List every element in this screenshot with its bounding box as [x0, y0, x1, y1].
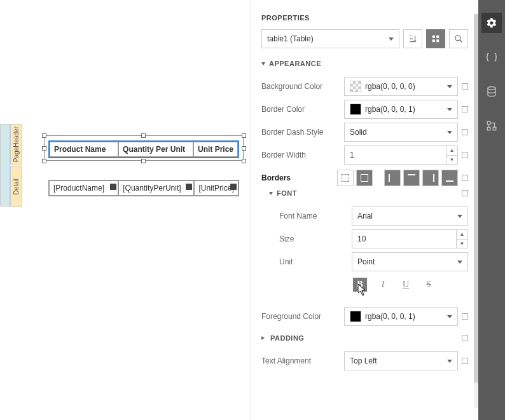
property-marker[interactable]: [462, 335, 468, 341]
chevron-down-icon: [447, 108, 452, 111]
triangle-down-icon: [269, 192, 273, 195]
data-tab-icon[interactable]: [481, 81, 502, 102]
report-explorer-tab-icon[interactable]: [481, 116, 502, 136]
chevron-down-icon: [389, 37, 394, 41]
fontsize-input[interactable]: 10 ▲▼: [352, 229, 468, 248]
prop-label: Text Alignment: [261, 356, 344, 365]
svg-rect-4: [432, 36, 435, 38]
design-canvas[interactable]: PageHeader Detail Product Name Quantity …: [0, 0, 251, 420]
smart-tag-icon[interactable]: [230, 184, 237, 190]
italic-button[interactable]: I: [376, 278, 390, 292]
borderdash-dropdown[interactable]: Solid: [344, 123, 458, 142]
property-marker[interactable]: [462, 106, 468, 112]
section-appearance[interactable]: APPEARANCE: [261, 60, 468, 67]
svg-rect-6: [432, 39, 435, 42]
vertical-ruler: [0, 124, 10, 207]
property-marker[interactable]: [462, 83, 468, 90]
svg-rect-2: [487, 127, 490, 130]
prop-label: Border Dash Style: [261, 128, 344, 137]
prop-label: Foreground Color: [261, 312, 344, 321]
table-cell[interactable]: Product Name: [50, 142, 118, 157]
band-pageheader[interactable]: PageHeader: [10, 124, 22, 165]
design-area[interactable]: Product Name Quantity Per Unit Unit Pric…: [22, 124, 251, 207]
triangle-right-icon: [261, 336, 266, 340]
table-cell[interactable]: [UnitPrice]: [194, 180, 239, 196]
band-label-detail: Detail: [13, 179, 20, 195]
expressions-tab-icon[interactable]: [481, 47, 502, 67]
chevron-down-icon: [447, 85, 452, 88]
borderwidth-input[interactable]: 1 ▲▼: [344, 146, 458, 165]
panel-title: PROPERTIES: [261, 14, 468, 22]
prop-label: Borders: [261, 173, 337, 182]
svg-point-8: [455, 36, 460, 41]
smart-tag-icon[interactable]: [186, 184, 192, 190]
smart-tag-icon[interactable]: [110, 184, 116, 190]
object-selector-dropdown[interactable]: table1 (Table): [261, 29, 399, 48]
border-none-button[interactable]: [337, 170, 354, 186]
object-selector-value: table1 (Table): [267, 34, 314, 43]
categorize-button[interactable]: [426, 29, 445, 48]
chevron-down-icon: [447, 360, 452, 363]
prop-label: Unit: [269, 257, 352, 266]
prop-label: Background Color: [261, 82, 344, 91]
svg-rect-3: [493, 127, 496, 130]
chevron-down-icon: [457, 215, 462, 218]
color-swatch-icon: [350, 81, 361, 92]
band-detail[interactable]: Detail: [10, 166, 22, 207]
section-padding[interactable]: PADDING: [261, 334, 468, 342]
search-button[interactable]: [449, 29, 468, 48]
spin-down-icon[interactable]: ▼: [446, 156, 457, 165]
table-cell[interactable]: Unit Price: [193, 142, 238, 157]
strikethrough-button[interactable]: S: [422, 278, 436, 292]
table-detail-row[interactable]: [ProductName] [QuantityPerUnit] [UnitPri…: [48, 180, 239, 196]
prop-label: Font Name: [269, 212, 352, 220]
property-marker[interactable]: [462, 175, 468, 181]
fgcolor-dropdown[interactable]: rgba(0, 0, 0, 1): [344, 307, 458, 326]
sort-button[interactable]: [403, 29, 422, 48]
bold-button[interactable]: B: [353, 278, 367, 292]
table-header-row[interactable]: Product Name Quantity Per Unit Unit Pric…: [48, 140, 239, 158]
table-cell[interactable]: [ProductName]: [49, 180, 118, 196]
spin-down-icon[interactable]: ▼: [457, 240, 467, 248]
chevron-down-icon: [457, 261, 462, 264]
border-all-button[interactable]: [356, 170, 373, 186]
underline-button[interactable]: U: [399, 278, 413, 292]
property-marker[interactable]: [462, 190, 468, 196]
triangle-down-icon: [261, 62, 265, 65]
color-swatch-icon: [350, 104, 361, 115]
section-font[interactable]: FONT: [269, 189, 468, 197]
prop-label: Border Width: [261, 151, 344, 159]
svg-point-0: [488, 87, 495, 90]
property-marker[interactable]: [462, 152, 468, 158]
spin-up-icon[interactable]: ▲: [457, 230, 467, 240]
border-top-button[interactable]: [403, 170, 420, 186]
color-swatch-icon: [350, 311, 361, 322]
band-label-pageheader: PageHeader: [13, 126, 20, 162]
right-toolbar: [478, 0, 505, 420]
chevron-down-icon: [447, 131, 452, 134]
border-left-button[interactable]: [384, 170, 401, 186]
border-bottom-button[interactable]: [441, 170, 458, 186]
spin-up-icon[interactable]: ▲: [446, 146, 457, 156]
properties-tab-icon[interactable]: [481, 13, 502, 33]
svg-rect-5: [436, 36, 439, 38]
textalign-dropdown[interactable]: Top Left: [344, 351, 458, 370]
table-cell[interactable]: Quantity Per Unit: [118, 142, 193, 157]
svg-rect-7: [436, 39, 439, 42]
property-marker[interactable]: [462, 129, 468, 135]
table-cell[interactable]: [QuantityPerUnit]: [118, 180, 194, 196]
fontunit-dropdown[interactable]: Point: [352, 252, 468, 271]
svg-rect-1: [487, 121, 490, 125]
prop-label: Border Color: [261, 105, 344, 114]
fontname-dropdown[interactable]: Arial: [352, 207, 468, 226]
panel-scrollbar[interactable]: [474, 14, 478, 408]
property-marker[interactable]: [462, 358, 468, 364]
chevron-down-icon: [447, 315, 452, 318]
properties-panel: PROPERTIES table1 (Table) APPEARANCE Bac…: [251, 0, 478, 420]
bgcolor-dropdown[interactable]: rgba(0, 0, 0, 0): [344, 77, 458, 96]
prop-label: Size: [269, 234, 352, 243]
property-marker[interactable]: [462, 313, 468, 320]
bordercolor-dropdown[interactable]: rgba(0, 0, 0, 1): [344, 100, 458, 119]
border-right-button[interactable]: [422, 170, 439, 186]
